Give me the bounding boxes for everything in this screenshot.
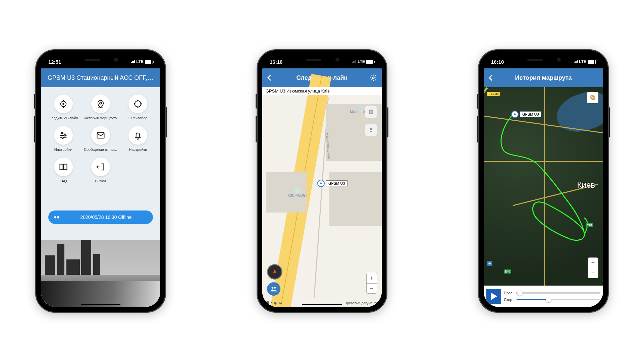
home-indicator[interactable]: [524, 304, 563, 305]
page-title: GPSM U3 Стационарный ACC OFF,Battery1…: [45, 74, 156, 81]
address-bar: GPSM U3:Изюмская улица Київ: [262, 87, 382, 95]
page-title: История маршрута: [515, 74, 572, 81]
svg-point-2: [100, 102, 102, 104]
marker-label: GPSM U3: [326, 180, 347, 186]
speed-slider[interactable]: Скор…: [504, 298, 600, 302]
menu-item-mail[interactable]: Сообщение от пр…: [83, 126, 118, 152]
poi-gas[interactable]: АЗС «WOG»: [288, 188, 308, 197]
zoom-out-button[interactable]: −: [588, 268, 598, 278]
settings-button[interactable]: [370, 74, 377, 81]
battery-icon: [366, 60, 374, 64]
pin-icon: [91, 95, 110, 113]
svg-point-9: [64, 135, 66, 136]
status-text: 2020/05/28 16:30 Offline: [64, 215, 148, 220]
map-attribution: Карты: [266, 300, 282, 305]
svg-point-10: [62, 137, 63, 139]
app-header: GPSM U3 Стационарный ACC OFF,Battery1…: [41, 68, 160, 87]
app-header: История маршрута: [484, 68, 603, 87]
svg-point-3: [135, 101, 141, 107]
mail-icon: [91, 126, 110, 145]
menu-item-book[interactable]: FAQ: [46, 158, 81, 183]
power-button[interactable]: [609, 107, 610, 137]
home-indicator[interactable]: [302, 304, 342, 305]
skyline-image: [41, 240, 160, 307]
satellite-map[interactable]: Т-10-39 E95 E40 GPSM U3 Киев: [484, 87, 603, 307]
zoom-in-button[interactable]: +: [588, 258, 598, 268]
svg-point-5: [138, 107, 138, 107]
clock: 16:10: [270, 59, 282, 65]
compass-button[interactable]: [267, 264, 282, 280]
phone-live-track: 16:10 LTE Следить он-лайн: [257, 49, 387, 313]
signal-icon: [353, 60, 356, 63]
zoom-control: + −: [366, 273, 377, 294]
power-button[interactable]: [166, 107, 167, 137]
layers-button[interactable]: [587, 92, 598, 103]
network-label: LTE: [579, 59, 586, 64]
progress-slider[interactable]: Прог…: [504, 291, 600, 295]
svg-rect-18: [591, 96, 594, 99]
zoom-out-button[interactable]: −: [367, 283, 377, 293]
notch: [292, 55, 352, 64]
fence-icon: [128, 95, 147, 113]
exit-icon: [91, 158, 110, 176]
menu-label: Сообщение от пр…: [84, 147, 117, 152]
svg-point-12: [372, 77, 374, 79]
book-icon: [54, 158, 73, 176]
people-button[interactable]: [267, 282, 280, 296]
network-label: LTE: [358, 59, 365, 64]
home-indicator[interactable]: [81, 304, 120, 305]
bell-icon: [128, 126, 147, 145]
phone-home: 12:51 LTE GPSM U3 Стационарный ACC OFF,B…: [35, 49, 166, 313]
legal-link[interactable]: Правовые документы: [345, 301, 378, 305]
menu-label: Настройки: [54, 147, 72, 152]
satellite-toggle-button[interactable]: [365, 106, 377, 118]
menu-label: FAQ: [60, 179, 67, 183]
svg-point-1: [63, 103, 64, 105]
marker-label: GPSM U3: [520, 111, 541, 117]
menu-item-fence[interactable]: GPS-забор: [120, 95, 156, 120]
battery-icon: [145, 60, 153, 64]
menu-item-target[interactable]: Следить он-лайн: [46, 95, 81, 120]
back-button[interactable]: [488, 74, 493, 81]
battery-icon: [588, 60, 596, 64]
street-view-button[interactable]: [365, 124, 377, 136]
notch: [514, 55, 573, 64]
network-label: LTE: [136, 59, 144, 64]
notch: [71, 55, 130, 64]
back-button[interactable]: [267, 74, 272, 81]
menu-item-bell[interactable]: Настройки: [120, 126, 156, 152]
target-icon: [54, 95, 73, 113]
svg-rect-19: [592, 97, 595, 100]
signal-icon: [574, 60, 578, 63]
road-badge: Т-10-39: [487, 92, 500, 96]
menu-label: Настройки: [129, 147, 147, 152]
svg-point-8: [61, 132, 63, 134]
svg-point-17: [274, 287, 276, 289]
zoom-control: + −: [588, 257, 598, 278]
menu-item-sliders[interactable]: Настройки: [46, 126, 81, 152]
sound-icon: [53, 214, 59, 220]
menu-label: История маршрута: [85, 116, 117, 120]
device-marker[interactable]: GPSM U3: [511, 111, 541, 118]
menu-label: GPS-забор: [128, 116, 148, 120]
menu-label: Следить он-лайн: [49, 116, 78, 120]
phone-route-history: 16:10 LTE История маршрута Т-10-39: [478, 49, 609, 313]
zoom-in-button[interactable]: +: [367, 273, 377, 283]
menu-item-exit[interactable]: Выход: [83, 158, 118, 183]
status-pill[interactable]: 2020/05/28 16:30 Offline: [48, 210, 153, 224]
svg-point-16: [272, 287, 274, 289]
svg-point-7: [141, 104, 141, 104]
play-button[interactable]: [486, 289, 501, 304]
sliders-icon: [54, 126, 73, 145]
road-badge: E40: [504, 269, 511, 274]
menu-item-pin[interactable]: История маршрута: [83, 95, 118, 120]
signal-icon: [131, 60, 135, 63]
power-button[interactable]: [387, 107, 388, 137]
apple-icon: [266, 300, 270, 305]
clock: 12:51: [48, 59, 61, 65]
clock: 16:10: [491, 59, 504, 65]
svg-point-6: [135, 104, 135, 104]
svg-rect-14: [370, 111, 373, 114]
device-marker[interactable]: GPSM U3: [317, 180, 347, 187]
svg-point-15: [370, 128, 372, 130]
